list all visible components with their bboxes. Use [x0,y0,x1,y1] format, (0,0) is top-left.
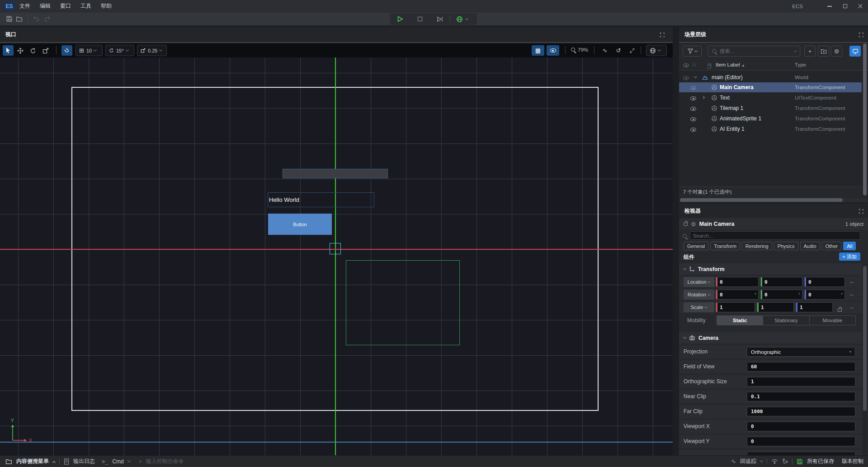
scale-dropdown[interactable]: Scale [684,302,714,312]
visibility-eye-icon[interactable] [690,117,696,121]
open-folder-button[interactable] [16,15,23,23]
mobility-movable-option[interactable]: Movable [810,316,855,325]
redo-button[interactable] [44,15,51,23]
visibility-eye-icon[interactable] [683,76,689,80]
far-clip-input[interactable] [747,407,855,416]
expand-panel-icon[interactable] [660,33,665,37]
console-input-placeholder[interactable]: 输入控制台命令 [146,457,184,465]
type-column[interactable]: Type [795,62,806,67]
fullscreen-button[interactable]: ⤢ [627,45,637,56]
hierarchy-search-input[interactable] [720,48,792,54]
near-clip-input[interactable] [747,392,855,401]
link-axes-icon[interactable]: ↔ [849,291,854,297]
rotation-snap-dropdown[interactable]: 15° [105,45,134,56]
view-globe-dropdown[interactable] [646,45,667,56]
inspector-search-input[interactable] [693,233,857,238]
menu-tools[interactable]: 工具 [80,2,91,10]
visibility-eye-icon[interactable] [690,86,696,90]
world-mode-dropdown[interactable] [450,16,474,23]
scale-x-field[interactable] [716,302,755,312]
rotate-tool-button[interactable] [28,45,38,56]
hierarchy-row-world[interactable]: main (Editor) World [679,72,862,82]
viewport-y-input[interactable] [747,437,855,446]
new-folder-button[interactable] [818,46,829,57]
scene-button-object[interactable]: Button [268,214,332,235]
save-button[interactable] [6,15,13,23]
move-tool-button[interactable] [15,45,26,56]
menu-file[interactable]: 文件 [19,2,30,10]
reset-view-button[interactable]: ↺ [613,45,624,56]
scene-region-rect[interactable] [346,260,460,345]
location-y-field[interactable] [760,277,802,287]
scale-snap-dropdown[interactable]: 0.25 [137,45,167,56]
chevron-right-icon[interactable] [702,96,705,99]
visibility-eye-icon[interactable] [690,107,696,111]
projection-select[interactable]: Orthographic ▾ [747,347,855,357]
rotation-y-field[interactable]: ° [760,290,802,300]
location-x-field[interactable] [716,277,759,287]
inspector-search[interactable] [690,231,860,240]
hierarchy-row-text[interactable]: Text UITextComponent [679,93,862,103]
show-grid-button[interactable]: ▦ [532,45,544,56]
mobility-stationary-option[interactable]: Stationary [763,316,809,325]
grid-snap-dropdown[interactable]: ⊞ 10 [75,45,103,56]
field-of-view-input[interactable] [747,362,855,372]
close-button[interactable] [853,0,868,12]
tab-other[interactable]: Other [822,242,842,250]
menu-help[interactable]: 帮助 [101,2,112,10]
vertical-scrollbar[interactable] [863,43,867,197]
tab-general[interactable]: General [684,242,708,250]
selection-handle-rect[interactable] [330,243,341,254]
viewport-x-input[interactable] [747,422,855,431]
menu-edit[interactable]: 编辑 [40,2,51,10]
step-button[interactable] [430,16,450,22]
menu-window[interactable]: 窗口 [60,2,71,10]
location-dropdown[interactable]: Location [684,277,714,287]
filter-button[interactable] [683,46,702,57]
hierarchy-row-main-camera[interactable]: Main Camera TransformComponent [679,82,862,92]
scene-text-object[interactable]: Hello World [268,192,374,207]
scene-slider-object[interactable] [283,169,388,178]
link-axes-icon[interactable]: ↔ [849,304,854,310]
trace-dropdown[interactable]: 回追踪 [740,457,756,465]
expand-panel-icon[interactable] [859,209,863,214]
tab-transform[interactable]: Transform [710,242,740,250]
scrollbar-thumb[interactable] [863,266,867,411]
visibility-button[interactable] [547,45,559,56]
expand-panel-icon[interactable] [859,33,863,37]
orthographic-size-input[interactable] [747,377,855,386]
tab-audio[interactable]: Audio [800,242,820,250]
version-control-button[interactable]: 版本控制 [842,457,863,465]
add-entity-button[interactable]: + [804,46,816,57]
hierarchy-search[interactable] [708,46,800,57]
hierarchy-settings-button[interactable]: ⚙ [831,46,842,57]
link-axes-icon[interactable]: ↔ [849,278,854,285]
item-label-column[interactable]: Item Label ▲ [716,62,745,67]
rotation-x-field[interactable]: ° [716,290,759,300]
output-log-button[interactable]: 输出日志 [73,457,95,465]
lock-icon[interactable] [684,223,688,226]
display-mode-button[interactable] [849,46,861,57]
uniform-scale-lock-icon[interactable] [838,309,842,312]
vertical-scrollbar[interactable] [863,266,867,453]
cmd-dropdown[interactable]: Cmd [112,458,123,465]
gear-icon[interactable]: ⚙ [691,221,696,227]
maximize-button[interactable] [837,0,853,12]
visibility-eye-icon[interactable] [690,128,696,132]
scale-tool-button[interactable] [40,45,51,56]
tab-rendering[interactable]: Rendering [742,242,772,250]
minimize-button[interactable] [822,0,837,12]
scale-y-field[interactable] [757,302,794,312]
horizontal-scrollbar[interactable] [680,198,867,202]
play-button[interactable] [390,16,410,22]
scene-canvas[interactable]: Hello World Button Y X [0,57,673,455]
add-component-button[interactable]: + 添加 [839,253,860,261]
camera-section-header[interactable]: Camera [679,332,862,343]
scrollbar-thumb[interactable] [863,43,867,195]
scale-z-field[interactable] [796,302,833,312]
undo-button[interactable] [33,15,40,23]
rotation-z-field[interactable]: ° [804,290,845,300]
tab-all[interactable]: All [843,242,856,250]
hierarchy-row-ai-entity[interactable]: AI Entity 1 TransformComponent [679,124,862,134]
eye-column-icon[interactable] [683,63,689,67]
